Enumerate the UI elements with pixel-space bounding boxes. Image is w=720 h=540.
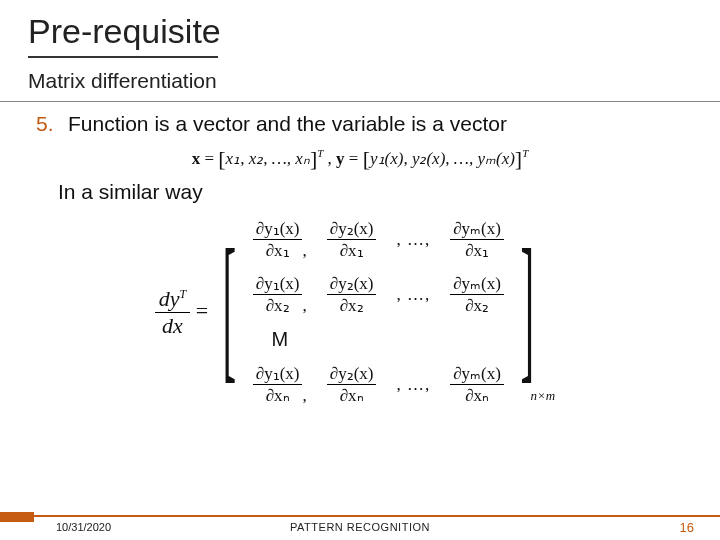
lhs-num: dy xyxy=(159,286,180,311)
eq1-x: x xyxy=(192,149,201,168)
cell: ∂xₙ xyxy=(327,385,377,406)
dimension-label: n×m xyxy=(531,388,556,404)
cell: ∂yₘ(x) xyxy=(450,273,504,295)
slide: Pre-requisite Matrix differentiation 5. … xyxy=(0,0,720,540)
lhs-fraction: dyT dx = xyxy=(155,286,208,339)
vdots-icon: M xyxy=(243,322,317,357)
lhs-eq: = xyxy=(196,297,208,322)
similar-text: In a similar way xyxy=(58,180,684,204)
jacobian-table: ∂y₁(x)∂x₁, ∂y₂(x)∂x₁ , …, ∂yₘ(x)∂x₁ ∂y₁(… xyxy=(243,212,514,412)
cell: ∂y₂(x) xyxy=(327,218,377,240)
comma: , xyxy=(302,386,306,405)
cell: ∂x₂ xyxy=(327,295,377,316)
eq1-x-open: [ xyxy=(218,146,225,171)
cell: ∂yₘ(x) xyxy=(450,218,504,240)
cell: ∂x₁ xyxy=(327,240,377,261)
dots: , …, xyxy=(386,267,440,322)
table-row: ∂y₁(x)∂x₂, ∂y₂(x)∂x₂ , …, ∂yₘ(x)∂x₂ xyxy=(243,267,514,322)
eq1-y: y xyxy=(336,149,345,168)
matrix-body: ∂y₁(x)∂x₁, ∂y₂(x)∂x₁ , …, ∂yₘ(x)∂x₁ ∂y₁(… xyxy=(243,212,514,412)
eq1-x-close: ] xyxy=(310,146,317,171)
cell: ∂y₁(x) xyxy=(253,273,303,295)
cell: ∂x₂ xyxy=(450,295,504,316)
equation-jacobian: dyT dx = [ ∂y₁(x)∂x₁, ∂y₂(x)∂x₁ , …, ∂yₘ… xyxy=(36,212,684,412)
eq1-x-sup: T xyxy=(317,147,323,159)
footer-page-number: 16 xyxy=(680,520,694,535)
eq1-y-sup: T xyxy=(522,147,528,159)
cell: ∂y₁(x) xyxy=(253,218,303,240)
cell: ∂xₙ xyxy=(253,385,303,406)
right-bracket-icon: ] xyxy=(520,242,534,370)
footer: 10/31/2020 PATTERN RECOGNITION 16 xyxy=(0,514,720,540)
cell: ∂xₙ xyxy=(450,385,504,406)
footer-date: 10/31/2020 xyxy=(56,521,111,533)
item-number: 5. xyxy=(36,112,56,136)
lhs-den: dx xyxy=(155,313,190,339)
cell: ∂x₁ xyxy=(450,240,504,261)
equation-vectors: x = [x₁, x₂, …, xₙ]T , y = [y₁(x), y₂(x)… xyxy=(36,144,684,170)
left-bracket-icon: [ xyxy=(223,242,237,370)
list-item: 5. Function is a vector and the variable… xyxy=(36,112,684,136)
comma: , xyxy=(302,296,306,315)
eq1-y-open: [ xyxy=(363,146,370,171)
cell: ∂y₂(x) xyxy=(327,363,377,385)
cell: ∂y₁(x) xyxy=(253,363,303,385)
eq1-x-elems: x₁, x₂, …, xₙ xyxy=(226,149,310,168)
comma: , xyxy=(302,241,306,260)
table-row: ∂y₁(x)∂xₙ, ∂y₂(x)∂xₙ , …, ∂yₘ(x)∂xₙ xyxy=(243,357,514,412)
item-text: Function is a vector and the variable is… xyxy=(68,112,507,136)
dots: , …, xyxy=(386,212,440,267)
eq1-y-close: ] xyxy=(515,146,522,171)
cell: ∂y₂(x) xyxy=(327,273,377,295)
slide-title: Pre-requisite xyxy=(0,0,720,55)
lhs-num-sup: T xyxy=(180,286,187,300)
title-underline xyxy=(28,56,218,58)
cell: ∂yₘ(x) xyxy=(450,363,504,385)
eq1-y-elems: y₁(x), y₂(x), …, yₘ(x) xyxy=(370,149,515,168)
dots: , …, xyxy=(386,357,440,412)
cell: ∂x₁ xyxy=(253,240,303,261)
slide-subtitle: Matrix differentiation xyxy=(0,55,720,95)
eq1-sep: , xyxy=(328,149,337,168)
table-row: ∂y₁(x)∂x₁, ∂y₂(x)∂x₁ , …, ∂yₘ(x)∂x₁ xyxy=(243,212,514,267)
cell: ∂x₂ xyxy=(253,295,303,316)
table-row: M xyxy=(243,322,514,357)
slide-body: 5. Function is a vector and the variable… xyxy=(0,102,720,412)
